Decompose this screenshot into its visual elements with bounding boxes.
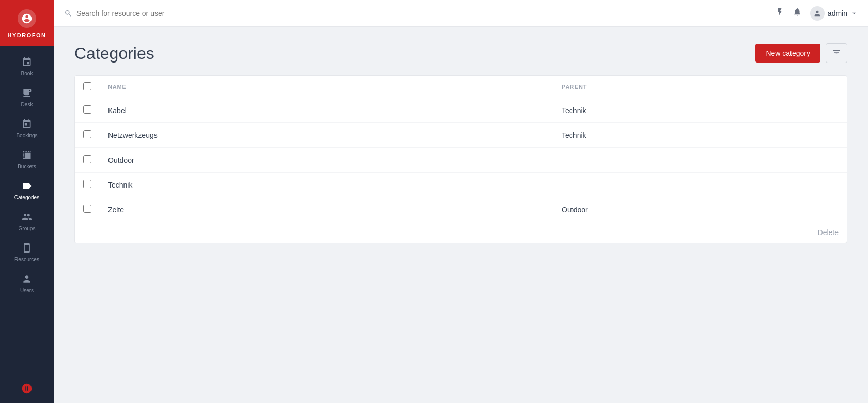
desk-icon — [22, 88, 32, 100]
row-parent: Technik — [553, 123, 847, 148]
categories-table: NAME PARENT Kabel Technik Netzwerkzeugs … — [75, 76, 847, 222]
topbar: admin — [54, 0, 868, 27]
avatar — [810, 6, 825, 21]
delete-button[interactable]: Delete — [818, 228, 839, 237]
sidebar-item-categories-label: Categories — [14, 195, 39, 200]
sidebar-item-resources-label: Resources — [14, 257, 39, 262]
row-checkbox-cell — [75, 98, 100, 123]
sidebar-item-desk[interactable]: Desk — [0, 82, 54, 113]
sidebar-item-buckets[interactable]: Buckets — [0, 144, 54, 175]
table-row: Kabel Technik — [75, 98, 847, 123]
sidebar-item-groups[interactable]: Groups — [0, 206, 54, 237]
sidebar-item-desk-label: Desk — [21, 102, 33, 107]
row-parent — [553, 173, 847, 197]
user-name: admin — [828, 9, 847, 18]
sidebar-bottom — [19, 380, 35, 403]
sidebar-item-bookings[interactable]: Bookings — [0, 113, 54, 144]
row-checkbox[interactable] — [83, 155, 91, 163]
row-checkbox[interactable] — [83, 130, 91, 138]
row-checkbox[interactable] — [83, 180, 91, 188]
page-header: Categories New category — [74, 43, 847, 63]
sidebar-item-users-label: Users — [20, 288, 34, 293]
sidebar-item-buckets-label: Buckets — [18, 164, 36, 169]
row-parent: Technik — [553, 98, 847, 123]
header-actions: New category — [755, 43, 847, 63]
row-checkbox-cell — [75, 197, 100, 222]
select-all-checkbox[interactable] — [83, 82, 91, 90]
sidebar-item-book[interactable]: Book — [0, 51, 54, 82]
page-title: Categories — [74, 44, 154, 63]
sidebar-bottom-icon — [19, 380, 35, 397]
filter-button[interactable] — [826, 43, 847, 63]
th-name: NAME — [100, 76, 553, 98]
sidebar: HYDROFON Book Desk Bookings — [0, 0, 54, 403]
table-header: NAME PARENT — [75, 76, 847, 98]
filter-icon — [832, 48, 841, 56]
table-row: Netzwerkzeugs Technik — [75, 123, 847, 148]
bookings-icon — [22, 119, 32, 131]
book-icon — [22, 57, 32, 69]
sidebar-item-book-label: Book — [21, 71, 33, 76]
table-row: Technik — [75, 173, 847, 197]
sidebar-item-groups-label: Groups — [19, 226, 36, 231]
chevron-down-icon — [850, 10, 858, 17]
users-icon — [22, 274, 32, 286]
topbar-right: admin — [775, 6, 858, 21]
row-name: Technik — [100, 173, 553, 197]
table-body: Kabel Technik Netzwerkzeugs Technik Outd… — [75, 98, 847, 222]
content-area: Categories New category NAME PARENT — [54, 27, 868, 403]
row-name: Outdoor — [100, 148, 553, 173]
row-checkbox[interactable] — [83, 205, 91, 213]
table-footer: Delete — [75, 222, 847, 243]
user-menu[interactable]: admin — [810, 6, 858, 21]
resources-icon — [22, 243, 32, 255]
row-checkbox-cell — [75, 123, 100, 148]
search-area — [64, 9, 775, 18]
flash-icon[interactable] — [775, 7, 784, 19]
table-row: Zelte Outdoor — [75, 197, 847, 222]
sidebar-item-bookings-label: Bookings — [16, 133, 37, 138]
sidebar-nav: Book Desk Bookings Buckets — [0, 47, 54, 380]
categories-table-container: NAME PARENT Kabel Technik Netzwerkzeugs … — [74, 75, 847, 243]
new-category-button[interactable]: New category — [755, 44, 820, 63]
table-row: Outdoor — [75, 148, 847, 173]
groups-icon — [22, 212, 32, 224]
row-checkbox-cell — [75, 148, 100, 173]
search-icon — [64, 9, 72, 18]
categories-icon — [22, 181, 32, 193]
row-parent: Outdoor — [553, 197, 847, 222]
row-checkbox-cell — [75, 173, 100, 197]
sidebar-item-categories[interactable]: Categories — [0, 175, 54, 206]
bell-icon[interactable] — [793, 7, 802, 19]
th-parent: PARENT — [553, 76, 847, 98]
th-checkbox — [75, 76, 100, 98]
row-parent — [553, 148, 847, 173]
row-checkbox[interactable] — [83, 105, 91, 114]
sidebar-logo: HYDROFON — [0, 0, 54, 47]
buckets-icon — [22, 150, 32, 162]
row-name: Kabel — [100, 98, 553, 123]
row-name: Zelte — [100, 197, 553, 222]
app-name: HYDROFON — [8, 32, 47, 38]
main-area: admin Categories New category — [54, 0, 868, 403]
row-name: Netzwerkzeugs — [100, 123, 553, 148]
sidebar-item-resources[interactable]: Resources — [0, 237, 54, 268]
search-input[interactable] — [76, 9, 221, 18]
sidebar-item-users[interactable]: Users — [0, 268, 54, 299]
logo-icon — [18, 9, 36, 28]
